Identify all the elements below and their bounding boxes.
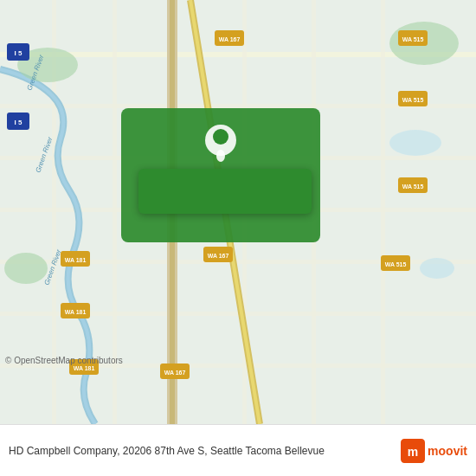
svg-text:WA 515: WA 515	[402, 183, 424, 190]
svg-rect-13	[381, 0, 385, 424]
svg-point-19	[4, 253, 48, 284]
svg-text:WA 167: WA 167	[219, 36, 241, 42]
svg-text:WA 181: WA 181	[65, 309, 87, 315]
svg-text:m: m	[408, 444, 418, 458]
svg-point-53	[216, 150, 225, 162]
map-view: I 5 I 5 WA 167 WA 167 WA 167 WA 515 WA 5…	[0, 0, 476, 424]
moovit-wordmark: moovit	[428, 444, 467, 458]
svg-text:WA 181: WA 181	[74, 365, 95, 371]
moovit-logo: m moovit	[401, 439, 467, 463]
copyright-notice: © OpenStreetMap contributors	[5, 356, 123, 365]
svg-text:WA 181: WA 181	[65, 257, 87, 263]
take-me-there-button[interactable]	[138, 169, 312, 214]
svg-text:WA 515: WA 515	[385, 261, 407, 267]
moovit-icon: m	[401, 439, 425, 463]
svg-text:I 5: I 5	[15, 49, 23, 57]
svg-text:WA 167: WA 167	[208, 253, 229, 259]
svg-text:WA 515: WA 515	[402, 97, 424, 103]
svg-point-52	[213, 129, 228, 145]
svg-point-21	[389, 130, 441, 156]
svg-text:I 5: I 5	[15, 119, 23, 126]
svg-point-22	[420, 258, 454, 279]
svg-text:WA 167: WA 167	[164, 370, 186, 376]
footer-bar: HD Campbell Company, 20206 87th Ave S, S…	[0, 424, 476, 476]
location-address: HD Campbell Company, 20206 87th Ave S, S…	[9, 445, 394, 457]
svg-text:WA 515: WA 515	[402, 36, 424, 42]
